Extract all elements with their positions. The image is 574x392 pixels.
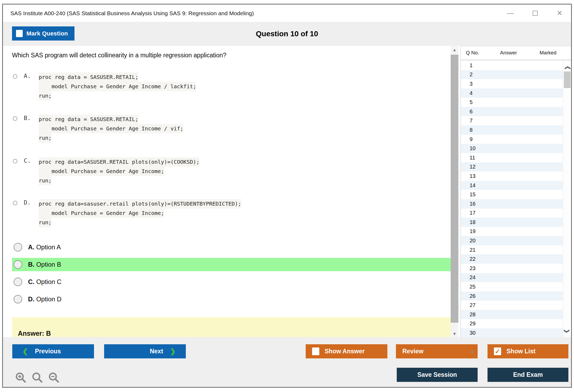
question-panel: Which SAS program will detect collineari… <box>3 46 451 337</box>
triangle-up-icon: ▲ <box>470 349 474 354</box>
check-icon: ✓ <box>495 348 500 355</box>
answer-option-d[interactable]: D. Option D <box>12 293 451 306</box>
radio-icon[interactable] <box>13 201 17 205</box>
show-list-button[interactable]: ✓ Show List <box>487 344 568 358</box>
sidebar-row-number: 5 <box>461 99 473 105</box>
code-line: proc reg data=SASUSER.RETAIL plots(only)… <box>39 157 199 167</box>
sidebar-row[interactable]: 25 <box>461 282 563 291</box>
sidebar-row-number: 23 <box>461 265 475 271</box>
sidebar-row[interactable]: 8 <box>461 125 563 135</box>
sidebar-row[interactable]: 27 <box>461 301 563 310</box>
maximize-icon[interactable] <box>530 9 540 18</box>
radio-icon[interactable] <box>13 74 17 79</box>
radio-icon[interactable] <box>13 116 17 121</box>
radio-icon[interactable] <box>14 295 22 303</box>
sidebar-row[interactable]: 28 <box>461 310 563 319</box>
question-list: 1 2 3 4 5 6 7 8 9 10 11 12 13 14 15 <box>461 61 563 337</box>
answer-option-a[interactable]: A. Option A <box>12 241 451 254</box>
sidebar-row-number: 16 <box>461 201 475 207</box>
column-header-qno: Q No. <box>466 50 479 56</box>
sidebar-row[interactable]: 17 <box>461 209 563 218</box>
sidebar-row[interactable]: 16 <box>461 199 563 209</box>
scroll-down-icon[interactable]: ▼ <box>451 331 458 336</box>
sidebar-row[interactable]: 26 <box>461 291 563 301</box>
answer-option-label: C. Option C <box>28 278 61 286</box>
sidebar-row[interactable]: 24 <box>461 273 563 282</box>
sidebar-row-number: 15 <box>461 191 475 198</box>
answer-box-label: Answer: B <box>18 330 51 337</box>
sidebar-row[interactable]: 18 <box>461 218 563 227</box>
content-scrollbar[interactable]: ▲ ▼ <box>451 46 458 337</box>
radio-icon[interactable] <box>14 243 22 251</box>
sidebar-row[interactable]: 13 <box>461 171 563 181</box>
code-line: run; <box>39 133 52 143</box>
zoom-in-icon[interactable] <box>15 372 27 384</box>
header-band: Question 10 of 10 Mark Question <box>3 22 571 46</box>
answer-letter: A. <box>28 243 34 251</box>
radio-icon[interactable] <box>14 260 22 269</box>
zoom-tools <box>15 372 60 384</box>
scrollbar-thumb[interactable] <box>564 71 571 88</box>
sidebar-row-number: 21 <box>461 247 475 253</box>
code-block: proc reg data = SASUSER.RETAIL; model Pu… <box>39 73 196 101</box>
sidebar-row[interactable]: 1 <box>461 61 563 70</box>
sidebar-row-number: 17 <box>461 210 475 216</box>
sidebar-row[interactable]: 4 <box>461 89 563 98</box>
answer-box: Answer: B <box>12 317 451 337</box>
sidebar-row[interactable]: 14 <box>461 181 563 190</box>
sidebar-row-number: 4 <box>461 90 473 96</box>
zoom-reset-icon[interactable] <box>32 372 44 384</box>
show-answer-button[interactable]: Show Answer <box>306 344 387 358</box>
answer-option-c[interactable]: C. Option C <box>12 275 451 289</box>
code-option-letter: D. <box>24 199 31 206</box>
minimize-icon[interactable]: — <box>506 9 515 18</box>
review-label: Review <box>402 348 423 355</box>
sidebar-row[interactable]: 29 <box>461 319 563 329</box>
sidebar-row[interactable]: 20 <box>461 236 563 245</box>
code-line: proc reg data = SASUSER.RETAIL; <box>39 73 138 82</box>
zoom-out-icon[interactable] <box>48 372 60 384</box>
scroll-down-icon[interactable]: ❯ <box>564 328 570 334</box>
sidebar-row[interactable]: 12 <box>461 162 563 172</box>
code-line: proc reg data=sasuser.retail plots(only)… <box>39 199 241 209</box>
sidebar-row[interactable]: 21 <box>461 245 563 255</box>
sidebar-row[interactable]: 30 <box>461 328 563 337</box>
checkbox-icon <box>16 30 23 37</box>
sidebar-row[interactable]: 10 <box>461 144 563 153</box>
sidebar-row[interactable]: 15 <box>461 190 563 199</box>
scrollbar-thumb[interactable] <box>451 55 458 323</box>
scroll-up-icon[interactable]: ❯ <box>564 65 570 71</box>
answer-letter: C. <box>28 278 34 285</box>
mark-question-button[interactable]: Mark Question <box>12 26 74 41</box>
radio-icon[interactable] <box>13 159 17 163</box>
answer-option-b[interactable]: B. Option B <box>12 258 451 271</box>
review-button[interactable]: Review ▲ <box>396 344 478 358</box>
close-icon[interactable]: ✕ <box>555 9 564 18</box>
sidebar-row[interactable]: 3 <box>461 79 563 89</box>
sidebar-row[interactable]: 2 <box>461 70 563 79</box>
sidebar-scrollbar[interactable]: ❯ ❯ <box>563 61 571 337</box>
sidebar-row[interactable]: 5 <box>461 98 563 107</box>
next-button[interactable]: Next ❯ <box>104 344 186 358</box>
radio-icon[interactable] <box>14 278 22 286</box>
code-line: proc reg data = SASUSER.RETAIL; <box>39 115 138 124</box>
sidebar-row[interactable]: 7 <box>461 116 563 126</box>
sidebar-row-number: 22 <box>461 256 475 262</box>
sidebar-row-number: 10 <box>461 145 475 151</box>
sidebar-row-number: 3 <box>461 81 473 87</box>
end-exam-button[interactable]: End Exam <box>487 368 568 382</box>
previous-button[interactable]: ❮ Previous <box>12 344 94 358</box>
mark-question-label: Mark Question <box>26 30 68 37</box>
sidebar-row[interactable]: 22 <box>461 254 563 264</box>
save-session-button[interactable]: Save Session <box>397 368 478 382</box>
sidebar-row[interactable]: 11 <box>461 153 563 162</box>
checkbox-icon <box>312 347 319 355</box>
scroll-up-icon[interactable]: ▲ <box>451 47 458 52</box>
sidebar-row[interactable]: 6 <box>461 107 563 116</box>
sidebar-row[interactable]: 23 <box>461 264 563 273</box>
sidebar-row[interactable]: 9 <box>461 135 563 144</box>
sidebar-row[interactable]: 19 <box>461 227 563 236</box>
sidebar-row-number: 2 <box>461 71 473 78</box>
question-counter: Question 10 of 10 <box>3 22 571 46</box>
chevron-left-icon: ❮ <box>22 347 28 355</box>
